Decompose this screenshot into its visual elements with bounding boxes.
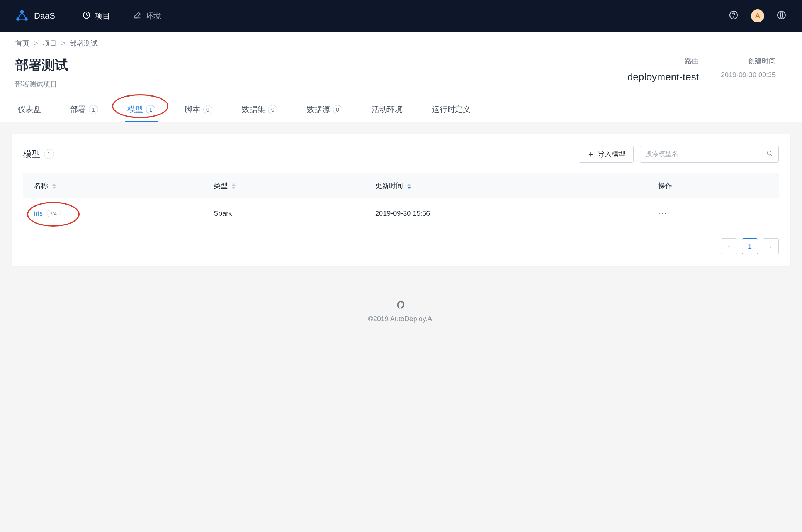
footer: ©2019 AutoDeploy.AI bbox=[0, 289, 802, 342]
tab-datasource[interactable]: 数据源 0 bbox=[304, 100, 345, 122]
tab-count: 0 bbox=[268, 105, 277, 114]
nav-link-environment[interactable]: 环境 bbox=[133, 11, 161, 21]
pagination: ‹ 1 › bbox=[23, 238, 779, 254]
page-number-button[interactable]: 1 bbox=[742, 238, 758, 254]
table-row: iris v4 Spark 2019-09-30 15:56 ··· bbox=[23, 198, 779, 229]
tab-label: 数据集 bbox=[242, 104, 265, 115]
nav-links: 项目 环境 bbox=[82, 11, 161, 21]
svg-point-1 bbox=[17, 18, 19, 20]
language-button[interactable] bbox=[777, 11, 787, 21]
import-btn-label: 导入模型 bbox=[598, 149, 625, 159]
card-header: 模型 1 ＋ 导入模型 bbox=[23, 146, 779, 163]
chevron-right-icon: › bbox=[770, 242, 772, 251]
search-input[interactable] bbox=[646, 150, 766, 158]
tab-dataset[interactable]: 数据集 0 bbox=[240, 100, 280, 122]
tab-label: 脚本 bbox=[185, 104, 200, 115]
dashboard-icon bbox=[82, 11, 91, 21]
brand[interactable]: DaaS bbox=[15, 9, 55, 22]
content-wrap: 模型 1 ＋ 导入模型 名称 bbox=[0, 122, 802, 289]
tab-script[interactable]: 脚本 0 bbox=[182, 100, 215, 122]
tab-label: 部署 bbox=[70, 104, 86, 115]
col-updated[interactable]: 更新时间 bbox=[364, 173, 647, 198]
github-link[interactable] bbox=[0, 301, 802, 311]
card-count: 1 bbox=[44, 149, 54, 159]
tab-count: 0 bbox=[203, 105, 212, 114]
sort-icon bbox=[232, 183, 236, 189]
col-name[interactable]: 名称 bbox=[23, 173, 203, 198]
sort-icon bbox=[52, 183, 56, 189]
avatar-initial: A bbox=[755, 12, 760, 20]
page-title: 部署测试 bbox=[15, 56, 68, 74]
page-meta: 路由 deployment-test 创建时间 2019-09-30 09:35 bbox=[617, 56, 787, 83]
breadcrumb: 首页 > 项目 > 部署测试 bbox=[15, 39, 787, 48]
model-card: 模型 1 ＋ 导入模型 名称 bbox=[12, 134, 790, 266]
sort-icon bbox=[407, 183, 411, 189]
meta-created-label: 创建时间 bbox=[721, 56, 776, 66]
breadcrumb-current: 部署测试 bbox=[70, 39, 98, 48]
model-table: 名称 类型 更新时间 操作 bbox=[23, 173, 779, 229]
col-label: 更新时间 bbox=[375, 182, 403, 190]
page-subtitle: 部署测试项目 bbox=[15, 80, 68, 89]
row-actions-button[interactable]: ··· bbox=[658, 208, 668, 218]
search-box[interactable] bbox=[640, 146, 779, 163]
col-label: 名称 bbox=[34, 182, 48, 190]
breadcrumb-sep: > bbox=[34, 39, 38, 47]
top-navbar: DaaS 项目 环境 A bbox=[0, 0, 802, 32]
tab-active-env[interactable]: 活动环境 bbox=[369, 100, 405, 122]
col-label: 类型 bbox=[214, 182, 228, 190]
card-title: 模型 bbox=[23, 148, 40, 160]
meta-created: 创建时间 2019-09-30 09:35 bbox=[710, 56, 787, 79]
svg-point-2 bbox=[25, 18, 27, 20]
breadcrumb-sep: > bbox=[61, 39, 66, 47]
tab-label: 运行时定义 bbox=[432, 104, 471, 115]
tab-dashboard[interactable]: 仪表盘 bbox=[15, 100, 43, 122]
page-next-button[interactable]: › bbox=[763, 238, 779, 254]
svg-point-7 bbox=[767, 151, 771, 155]
tab-label: 模型 bbox=[127, 104, 143, 115]
page-prev-button[interactable]: ‹ bbox=[721, 238, 737, 254]
meta-route-label: 路由 bbox=[627, 56, 699, 66]
help-icon bbox=[729, 10, 738, 21]
globe-icon bbox=[777, 10, 786, 21]
tab-count: 1 bbox=[146, 105, 155, 114]
chevron-left-icon: ‹ bbox=[728, 242, 730, 251]
col-label: 操作 bbox=[658, 182, 672, 190]
page-header-row: 部署测试 部署测试项目 路由 deployment-test 创建时间 2019… bbox=[15, 56, 787, 89]
meta-route-value: deployment-test bbox=[627, 71, 699, 83]
page-header-region: 首页 > 项目 > 部署测试 部署测试 部署测试项目 路由 deployment… bbox=[0, 32, 802, 122]
tab-label: 活动环境 bbox=[372, 104, 403, 115]
breadcrumb-project[interactable]: 项目 bbox=[43, 39, 57, 48]
import-model-button[interactable]: ＋ 导入模型 bbox=[579, 146, 634, 163]
tab-runtime-def[interactable]: 运行时定义 bbox=[430, 100, 473, 122]
nav-link-project[interactable]: 项目 bbox=[82, 11, 110, 21]
meta-route: 路由 deployment-test bbox=[617, 56, 710, 83]
version-badge: v4 bbox=[47, 210, 61, 217]
col-type[interactable]: 类型 bbox=[203, 173, 364, 198]
avatar[interactable]: A bbox=[751, 9, 764, 22]
copyright-text: ©2019 AutoDeploy.AI bbox=[0, 315, 802, 323]
nav-link-label: 环境 bbox=[146, 11, 161, 21]
breadcrumb-home[interactable]: 首页 bbox=[15, 39, 29, 48]
tab-count: 0 bbox=[333, 105, 342, 114]
svg-point-5 bbox=[733, 17, 734, 17]
search-icon bbox=[766, 150, 773, 158]
model-name-link[interactable]: iris bbox=[34, 210, 43, 218]
brand-logo-icon bbox=[15, 9, 29, 22]
card-title-row: 模型 1 bbox=[23, 148, 54, 160]
meta-created-value: 2019-09-30 09:35 bbox=[721, 71, 776, 79]
page-number: 1 bbox=[748, 242, 752, 251]
help-button[interactable] bbox=[729, 11, 739, 21]
model-type: Spark bbox=[203, 198, 364, 229]
edit-icon bbox=[133, 11, 142, 21]
page-title-block: 部署测试 部署测试项目 bbox=[15, 56, 68, 89]
tab-label: 仪表盘 bbox=[18, 104, 41, 115]
github-icon bbox=[397, 303, 405, 311]
model-name-cell: iris v4 bbox=[34, 210, 192, 218]
col-actions: 操作 bbox=[647, 173, 779, 198]
nav-right: A bbox=[729, 9, 787, 22]
card-actions: ＋ 导入模型 bbox=[579, 146, 779, 163]
nav-left: DaaS 项目 环境 bbox=[15, 9, 161, 22]
plus-icon: ＋ bbox=[587, 150, 595, 158]
tab-deploy[interactable]: 部署 1 bbox=[68, 100, 100, 122]
tab-model[interactable]: 模型 1 bbox=[125, 100, 158, 122]
